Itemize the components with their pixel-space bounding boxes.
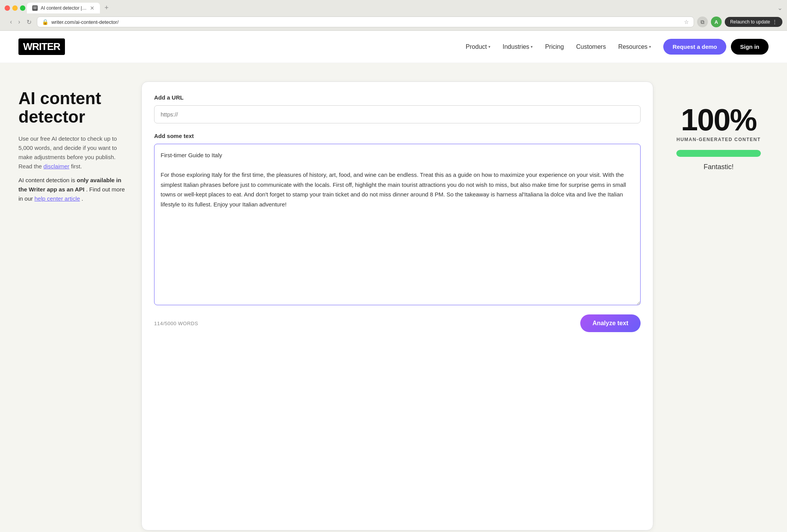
score-status: Fantastic!	[704, 163, 734, 171]
url-field[interactable]	[154, 105, 641, 123]
secure-icon: 🔒	[42, 19, 48, 25]
nav-pricing[interactable]: Pricing	[545, 43, 564, 50]
text-section-label: Add some text	[154, 133, 641, 139]
page-title: AI content detector	[18, 89, 126, 126]
user-avatar[interactable]: A	[711, 17, 722, 27]
website: WRITER Product ▾ Industries ▾ Pricing Cu…	[0, 31, 787, 532]
browser-chrome: ‹ › ↻ 🔒 ☆ ⧉ A Relaunch to update ⋮	[0, 13, 787, 31]
right-panel: 100% HUMAN-GENERATED CONTENT Fantastic!	[669, 81, 769, 530]
navbar: WRITER Product ▾ Industries ▾ Pricing Cu…	[0, 31, 787, 63]
nav-customers[interactable]: Customers	[576, 43, 606, 50]
progress-bar-container	[676, 150, 761, 157]
close-window-button[interactable]	[5, 5, 10, 11]
nav-industries[interactable]: Industries ▾	[503, 43, 533, 50]
center-panel: Add a URL Add some text First-timer Guid…	[141, 81, 653, 530]
minimize-window-button[interactable]	[12, 5, 18, 11]
bottom-bar: 114/5000 WORDS Analyze text	[154, 314, 641, 332]
description-2: AI content detection is only available i…	[18, 176, 126, 203]
back-button[interactable]: ‹	[8, 18, 14, 27]
logo[interactable]: WRITER	[18, 38, 65, 55]
progress-bar-fill	[676, 150, 761, 157]
nav-cta: Request a demo Sign in	[663, 39, 769, 55]
maximize-window-button[interactable]	[20, 5, 25, 11]
forward-button[interactable]: ›	[16, 18, 22, 27]
industries-dropdown-icon: ▾	[531, 45, 533, 49]
disclaimer-link[interactable]: disclaimer	[43, 163, 70, 170]
score-label: HUMAN-GENERATED CONTENT	[677, 137, 761, 142]
browser-tab[interactable]: W AI content detector | GPT-4, ✕	[27, 3, 100, 13]
address-bar[interactable]: 🔒 ☆	[37, 17, 694, 27]
tab-overflow-button[interactable]: ⌄	[777, 4, 782, 12]
url-input[interactable]	[51, 19, 681, 25]
refresh-button[interactable]: ↻	[24, 18, 34, 27]
url-section-label: Add a URL	[154, 94, 641, 101]
tab-favicon: W	[32, 5, 38, 11]
description-1: Use our free AI detector to check up to …	[18, 134, 126, 171]
sign-in-button[interactable]: Sign in	[731, 39, 769, 55]
relaunch-label: Relaunch to update	[730, 19, 770, 25]
text-input[interactable]: First-timer Guide to Italy For those exp…	[154, 144, 641, 305]
nav-links: Product ▾ Industries ▾ Pricing Customers…	[466, 43, 651, 50]
tab-close-button[interactable]: ✕	[90, 5, 95, 11]
relaunch-button[interactable]: Relaunch to update ⋮	[725, 17, 782, 27]
analyze-button[interactable]: Analyze text	[580, 314, 641, 332]
help-center-link[interactable]: help center article	[35, 195, 80, 202]
bookmark-icon[interactable]: ☆	[684, 19, 689, 25]
score-value: 100%	[681, 105, 757, 135]
extensions-icon[interactable]: ⧉	[697, 17, 708, 27]
word-count: 114/5000 WORDS	[154, 321, 198, 326]
tab-title: AI content detector | GPT-4,	[41, 5, 87, 11]
request-demo-button[interactable]: Request a demo	[663, 39, 726, 55]
new-tab-button[interactable]: +	[101, 2, 112, 13]
resources-dropdown-icon: ▾	[649, 45, 651, 49]
browser-actions: ⧉ A Relaunch to update ⋮	[697, 17, 782, 27]
relaunch-menu-icon: ⋮	[772, 19, 777, 25]
tab-bar: W AI content detector | GPT-4, ✕ + ⌄	[0, 0, 787, 13]
nav-product[interactable]: Product ▾	[466, 43, 490, 50]
nav-buttons: ‹ › ↻	[8, 18, 34, 27]
traffic-lights	[5, 5, 25, 11]
main-content: AI content detector Use our free AI dete…	[0, 63, 787, 532]
product-dropdown-icon: ▾	[488, 45, 490, 49]
nav-resources[interactable]: Resources ▾	[618, 43, 651, 50]
left-panel: AI content detector Use our free AI dete…	[18, 81, 126, 530]
